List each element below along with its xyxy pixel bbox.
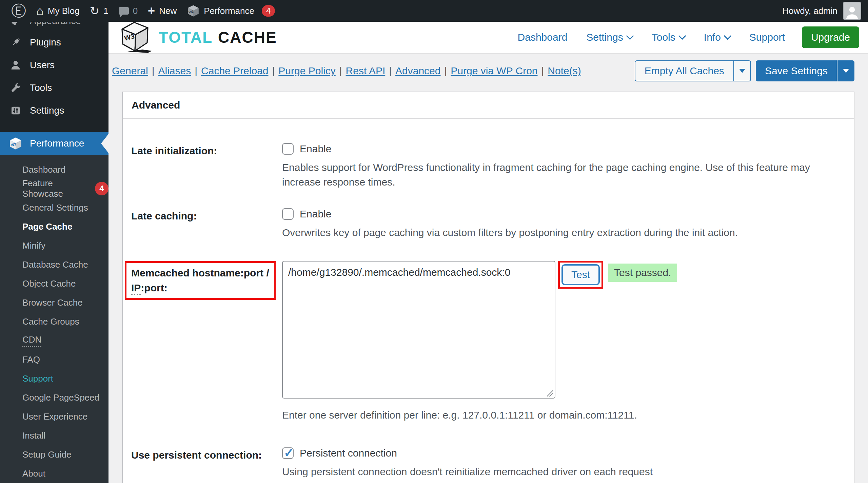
submenu-item-browser-cache[interactable]: Browser Cache	[14, 293, 108, 312]
users-icon	[9, 59, 22, 71]
wp-logo-menu[interactable]: Ⓔ	[6, 0, 31, 22]
submenu-item-install[interactable]: Install	[14, 426, 108, 445]
test-result-status: Test passed.	[608, 264, 677, 282]
chevron-down-icon	[678, 32, 686, 40]
submenu-item-database-cache[interactable]: Database Cache	[14, 255, 108, 274]
crumb-purge-wp-cron[interactable]: Purge via WP Cron	[451, 65, 537, 76]
submenu-item-object-cache[interactable]: Object Cache	[14, 274, 108, 293]
sidebar-item-performance[interactable]: W3 Performance	[0, 132, 108, 155]
site-link[interactable]: ⌂ My Blog	[31, 0, 85, 22]
crumb-purge-policy[interactable]: Purge Policy	[278, 65, 335, 76]
nav-info[interactable]: Info	[704, 32, 730, 43]
submenu-item-cache-groups[interactable]: Cache Groups	[14, 312, 108, 331]
submenu-item-feature-showcase[interactable]: Feature Showcase4	[14, 179, 108, 198]
adminbar-performance-label: Performance	[204, 6, 254, 16]
test-button-highlight: Test	[558, 261, 603, 289]
submenu-item-faq[interactable]: FAQ	[14, 350, 108, 369]
updates-link[interactable]: ↻ 1	[85, 0, 114, 22]
memcached-servers-textarea[interactable]: /home/g132890/.memcached/memcached.sock:…	[282, 261, 555, 399]
toolbar-actions: Empty All Caches Save Settings	[635, 60, 854, 81]
nav-dashboard[interactable]: Dashboard	[518, 32, 568, 43]
submenu-item-about[interactable]: About	[14, 464, 108, 483]
submenu-item-general-settings[interactable]: General Settings	[14, 198, 108, 217]
late-caching-description: Overwrites key of page caching via custo…	[282, 225, 840, 240]
late-initialization-row: Late initialization: Enable Enables supp…	[131, 143, 840, 189]
tools-icon	[9, 82, 22, 94]
submenu-item-setup-guide[interactable]: Setup Guide	[14, 445, 108, 464]
howdy-account-link[interactable]: Howdy, admin	[782, 6, 837, 16]
sidebar-item-users[interactable]: Users	[0, 54, 108, 77]
sidebar-item-tools[interactable]: Tools	[0, 76, 108, 99]
performance-submenu: Dashboard Feature Showcase4 General Sett…	[0, 155, 108, 483]
main-content: W3 TOTALCACHE Dashboard Settings Tools I…	[108, 22, 868, 483]
sidebar-item-settings[interactable]: Settings	[0, 99, 108, 122]
sidebar-item-appearance-clipped[interactable]: Appearance	[0, 22, 108, 27]
submenu-item-support[interactable]: Support	[14, 369, 108, 388]
save-settings-split-button: Save Settings	[756, 60, 854, 81]
sidebar-item-label: Tools	[30, 82, 52, 93]
w3tc-wordmark: TOTALCACHE	[159, 28, 277, 46]
advanced-form: Late initialization: Enable Enables supp…	[123, 119, 854, 479]
comment-count: 0	[133, 6, 138, 16]
new-content-menu[interactable]: + New	[143, 0, 182, 22]
w3tc-cube-icon: W3	[187, 4, 200, 17]
update-count: 1	[103, 6, 108, 16]
crumb-aliases[interactable]: Aliases	[158, 65, 191, 76]
late-caching-row: Late caching: Enable Overwrites key of p…	[131, 208, 840, 240]
submenu-item-google-pagespeed[interactable]: Google PageSpeed	[14, 388, 108, 407]
persistent-connection-row: Use persistent connection: Persistent co…	[131, 447, 840, 479]
submenu-item-page-cache[interactable]: Page Cache	[14, 217, 108, 236]
ip-abbr: IP	[131, 282, 141, 295]
nav-tools[interactable]: Tools	[652, 32, 685, 43]
persistent-connection-enable[interactable]: Persistent connection	[282, 447, 840, 459]
memcached-label-highlight: Memcached hostname:port / IP:port:	[125, 261, 276, 300]
upgrade-button[interactable]: Upgrade	[802, 26, 859, 48]
nav-settings[interactable]: Settings	[586, 32, 632, 43]
appearance-icon	[9, 22, 22, 27]
late-caching-enable[interactable]: Enable	[282, 208, 840, 220]
submenu-item-minify[interactable]: Minify	[14, 236, 108, 255]
persistent-connection-checkbox[interactable]	[282, 447, 294, 459]
plugins-icon	[9, 36, 22, 49]
admin-bar: Ⓔ ⌂ My Blog ↻ 1 0 + New W3 Performance 4…	[0, 0, 868, 22]
submenu-item-user-experience[interactable]: User Experience	[14, 407, 108, 426]
save-settings-button[interactable]: Save Settings	[756, 60, 837, 81]
crumb-notes[interactable]: Note(s)	[548, 65, 581, 76]
crumb-general[interactable]: General	[112, 65, 148, 76]
sidebar-item-label: Users	[30, 60, 55, 71]
late-caching-checkbox[interactable]	[282, 208, 294, 220]
nav-support[interactable]: Support	[749, 32, 785, 43]
howdy-text: Howdy, admin	[782, 6, 837, 16]
empty-all-caches-button[interactable]: Empty All Caches	[635, 60, 733, 81]
breadcrumb: General|Aliases|Cache Preload|Purge Poli…	[112, 65, 581, 77]
persistent-connection-label: Use persistent connection:	[131, 447, 282, 479]
late-initialization-checkbox[interactable]	[282, 143, 294, 155]
comments-link[interactable]: 0	[114, 0, 143, 22]
plus-icon: +	[148, 5, 155, 17]
performance-badge: 4	[262, 5, 275, 17]
empty-all-caches-dropdown[interactable]	[733, 60, 751, 81]
crumb-advanced[interactable]: Advanced	[395, 65, 440, 76]
sidebar-item-label: Settings	[30, 105, 64, 116]
submenu-item-dashboard[interactable]: Dashboard	[14, 160, 108, 179]
dropdown-arrow-icon	[739, 69, 745, 73]
sidebar-item-plugins[interactable]: Plugins	[0, 31, 108, 54]
memcached-test-button[interactable]: Test	[561, 264, 600, 285]
adminbar-performance-menu[interactable]: W3 Performance 4	[182, 0, 280, 22]
submenu-item-cdn[interactable]: CDN	[14, 331, 108, 350]
w3tc-nav: Dashboard Settings Tools Info Support	[518, 32, 785, 43]
chevron-down-icon	[724, 32, 732, 40]
crumb-cache-preload[interactable]: Cache Preload	[201, 65, 268, 76]
late-initialization-enable[interactable]: Enable	[282, 143, 840, 155]
comment-icon	[119, 7, 129, 15]
avatar[interactable]	[843, 2, 861, 20]
sidebar-item-label: Performance	[30, 138, 84, 149]
late-caching-label: Late caching:	[131, 208, 282, 240]
w3tc-header: W3 TOTALCACHE Dashboard Settings Tools I…	[108, 22, 868, 54]
crumb-rest-api[interactable]: Rest API	[346, 65, 386, 76]
late-initialization-description: Enables support for WordPress functional…	[282, 160, 840, 189]
save-settings-dropdown[interactable]	[837, 60, 854, 81]
current-menu-arrow	[101, 134, 108, 153]
chevron-down-icon	[626, 32, 634, 40]
wordpress-logo-icon: Ⓔ	[11, 3, 26, 18]
